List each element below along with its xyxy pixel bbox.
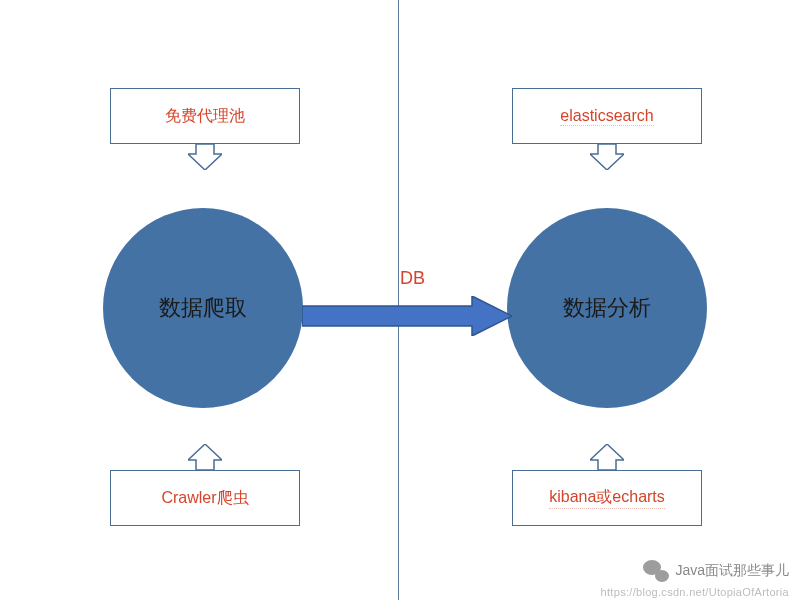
arrow-label: DB: [400, 268, 425, 289]
watermark: Java面试那些事儿: [643, 560, 789, 582]
box-label: Crawler爬虫: [161, 488, 248, 509]
box-label: 免费代理池: [165, 106, 245, 127]
wechat-icon: [643, 560, 669, 582]
svg-marker-0: [188, 144, 222, 170]
callout-arrow-down-icon: [590, 144, 624, 170]
circle-label: 数据爬取: [159, 293, 247, 323]
svg-marker-3: [188, 444, 222, 470]
circle-label: 数据分析: [563, 293, 651, 323]
box-crawler: Crawler爬虫: [110, 470, 300, 526]
box-label: kibana或echarts: [549, 487, 665, 509]
svg-marker-1: [590, 144, 624, 170]
callout-arrow-up-icon: [188, 444, 222, 470]
box-elasticsearch: elasticsearch: [512, 88, 702, 144]
svg-marker-2: [302, 296, 512, 336]
watermark-url: https://blog.csdn.net/UtopiaOfArtoria: [601, 586, 789, 598]
block-arrow-icon: [302, 296, 512, 336]
callout-arrow-down-icon: [188, 144, 222, 170]
callout-arrow-up-icon: [590, 444, 624, 470]
box-label: elasticsearch: [560, 107, 653, 126]
watermark-text: Java面试那些事儿: [675, 562, 789, 580]
circle-data-analysis: 数据分析: [507, 208, 707, 408]
svg-marker-4: [590, 444, 624, 470]
box-kibana-echarts: kibana或echarts: [512, 470, 702, 526]
box-proxy-pool: 免费代理池: [110, 88, 300, 144]
circle-data-crawl: 数据爬取: [103, 208, 303, 408]
